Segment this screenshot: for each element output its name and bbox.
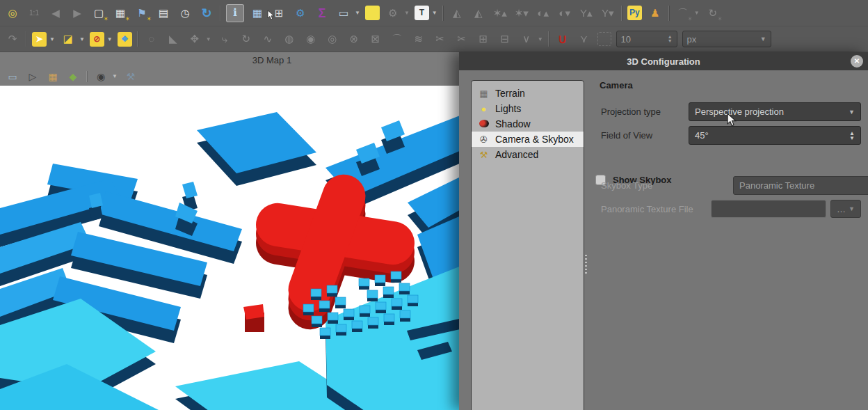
rotate-feature-icon[interactable]: ↻ — [238, 31, 255, 47]
animations-icon[interactable]: ▷ — [26, 70, 40, 84]
annotation-curve-icon-dropdown-caret[interactable]: ▼ — [694, 10, 700, 16]
configure-icon[interactable]: ⚒ — [124, 70, 138, 84]
close-icon[interactable]: ✕ — [851, 55, 863, 68]
panoramic-texture-file-input — [711, 200, 826, 218]
dialog-titlebar[interactable]: 3D Configuration ✕ — [459, 52, 868, 70]
select-by-value-icon-dropdown-caret[interactable]: ▼ — [79, 36, 85, 42]
zoom-last-icon[interactable]: ◀ — [47, 5, 64, 22]
advanced-digitizing-icon[interactable]: ◣ — [165, 31, 182, 47]
refresh-icon[interactable]: ↻ — [198, 5, 215, 22]
settings-page-list: ▦Terrain●LightsShadow✇Camera & Skybox⚒Ad… — [471, 80, 584, 410]
editing-toolbar: ↷➤▼◪▼⊘▼❖◌◣✥▼⤷↻∿◍◉◎⊗⊠⌒≋✂✂⊞⊟∨▼∪⋎10▲▼px▼ — [0, 26, 868, 52]
show-unplaced-labels-icon[interactable]: ◐▾ — [556, 5, 573, 22]
camera-view-icon-dropdown-caret[interactable]: ▼ — [112, 73, 118, 79]
page-terrain-label: Terrain — [495, 88, 525, 99]
page-camera-skybox[interactable]: ✇Camera & Skybox — [472, 132, 584, 147]
metasearch-icon[interactable]: ♟ — [647, 5, 664, 22]
projection-type-label: Projection type — [601, 107, 661, 117]
select-features-icon[interactable]: ➤ — [32, 32, 47, 47]
select-by-location-icon[interactable]: ❖ — [118, 32, 132, 47]
vertex-tool-icon[interactable]: ∨ — [518, 31, 535, 47]
toolbar-separator — [668, 6, 670, 21]
unpin-labels-icon[interactable]: ✶▾ — [513, 5, 530, 22]
page-camera-skybox-label: Camera & Skybox — [495, 134, 574, 145]
layer-diagram-icon[interactable]: ◭ — [470, 5, 487, 22]
save-as-image-icon[interactable]: ▦ — [46, 70, 60, 84]
text-annotation-icon[interactable]: T — [415, 6, 429, 20]
add-part-icon[interactable]: ◉ — [303, 31, 319, 47]
move-feature-icon-dropdown-caret[interactable]: ▼ — [206, 36, 211, 42]
shadow-sphere-icon — [478, 118, 490, 130]
offset-curve-icon[interactable]: ≋ — [410, 31, 427, 47]
page-lights[interactable]: ●Lights — [472, 101, 584, 116]
text-annotation-icon-dropdown-caret[interactable]: ▼ — [432, 10, 437, 16]
snapping-magnet-icon[interactable]: ∪ — [554, 31, 571, 47]
page-terrain[interactable]: ▦Terrain — [472, 86, 584, 101]
spin-arrows-icon[interactable]: ▲▼ — [849, 131, 855, 141]
page-advanced-label: Advanced — [495, 149, 538, 160]
run-feature-action-icon-dropdown-caret[interactable]: ▼ — [404, 10, 410, 16]
toolbar-separator — [220, 6, 221, 21]
identify-features-icon[interactable]: ℹ — [226, 4, 244, 22]
export-3d-scene-icon[interactable]: ◆ — [66, 70, 80, 84]
topological-editing-icon[interactable]: ⋎ — [576, 31, 593, 47]
merge-attributes-icon[interactable]: ⊟ — [497, 31, 513, 47]
layer-labeling-icon[interactable]: ◭ — [449, 5, 465, 22]
camera-section-title: Camera — [600, 80, 633, 90]
digitize-with-curve-icon[interactable]: ◌ — [143, 31, 160, 47]
video-camera-icon: ✇ — [478, 134, 490, 145]
deselect-all-icon-dropdown-caret[interactable]: ▼ — [107, 36, 113, 42]
projection-type-dropdown[interactable]: Perspective projection ▼ — [689, 102, 861, 121]
fill-ring-icon[interactable]: ◎ — [324, 31, 341, 47]
pin-labels-icon[interactable]: ✶▴ — [492, 5, 508, 22]
new-map-view-icon[interactable]: ▢✶ — [90, 5, 107, 22]
new-spatial-bookmark-icon[interactable]: ⚑✶ — [134, 5, 150, 22]
processing-toolbox-icon[interactable]: ⚙ — [292, 5, 309, 22]
field-calculator-icon[interactable]: ⊞ — [271, 5, 287, 22]
select-features-icon-dropdown-caret[interactable]: ▼ — [49, 36, 55, 42]
field-of-view-spinbox[interactable]: 45° ▲▼ — [689, 126, 861, 145]
snapping-tolerance-spinner[interactable]: 10▲▼ — [616, 31, 677, 47]
delete-ring-icon[interactable]: ⊗ — [346, 31, 362, 47]
page-advanced[interactable]: ⚒Advanced — [472, 147, 584, 162]
copy-move-feature-icon[interactable]: ⤷ — [216, 31, 233, 47]
show-bookmarks-icon[interactable]: ▤ — [155, 5, 172, 22]
split-features-icon[interactable]: ✂ — [432, 31, 449, 47]
add-ring-icon[interactable]: ◍ — [281, 31, 298, 47]
tracing-icon[interactable] — [597, 32, 611, 46]
zoom-native-icon[interactable]: 1:1 — [26, 5, 42, 22]
reshape-features-icon[interactable]: ⌒ — [389, 31, 405, 47]
python-console-icon[interactable]: Py — [627, 6, 642, 20]
page-shadow[interactable]: Shadow — [472, 116, 584, 132]
zoom-next-icon[interactable]: ▶ — [69, 5, 86, 22]
snapping-unit-combo[interactable]: px▼ — [682, 31, 771, 47]
measure-icon[interactable]: ▭ — [335, 5, 352, 22]
move-label-icon[interactable]: Υ▴ — [578, 5, 595, 22]
simplify-feature-icon[interactable]: ∿ — [259, 31, 276, 47]
show-pinned-labels-icon[interactable]: ◐▴ — [535, 5, 552, 22]
circular-string-icon[interactable]: ↻✶ — [705, 5, 721, 22]
temporal-controller-icon[interactable]: ◷ — [177, 5, 193, 22]
deselect-all-icon[interactable]: ⊘ — [90, 32, 104, 47]
split-parts-icon[interactable]: ✂ — [453, 31, 470, 47]
rotate-label-icon[interactable]: Υ▾ — [600, 5, 616, 22]
merge-features-icon[interactable]: ⊞ — [475, 31, 492, 47]
map-tips-icon[interactable] — [365, 6, 380, 20]
delete-part-icon[interactable]: ⊠ — [367, 31, 384, 47]
camera-view-icon[interactable]: ◉ — [94, 70, 108, 84]
new-3d-map-view-icon[interactable]: ▦✶ — [112, 5, 129, 22]
move-feature-icon[interactable]: ✥ — [186, 31, 203, 47]
redo-icon[interactable]: ↷ — [4, 31, 21, 47]
panel-splitter-handle[interactable] — [585, 255, 587, 274]
select-by-value-icon[interactable]: ◪ — [60, 31, 77, 47]
toolbar-separator — [86, 71, 88, 82]
attribute-table-icon[interactable]: ▦ — [249, 5, 266, 22]
camera-control-icon[interactable]: ▭ — [6, 70, 19, 84]
lightbulb-icon: ● — [478, 103, 490, 115]
measure-icon-dropdown-caret[interactable]: ▼ — [355, 10, 360, 16]
statistics-icon[interactable]: Σ — [314, 5, 330, 22]
run-feature-action-icon[interactable]: ⚙ — [385, 5, 401, 22]
zoom-to-selection-icon[interactable]: ◎ — [4, 5, 21, 22]
vertex-tool-icon-dropdown-caret[interactable]: ▼ — [538, 36, 543, 42]
annotation-curve-icon[interactable]: ⌒✶ — [675, 5, 691, 22]
